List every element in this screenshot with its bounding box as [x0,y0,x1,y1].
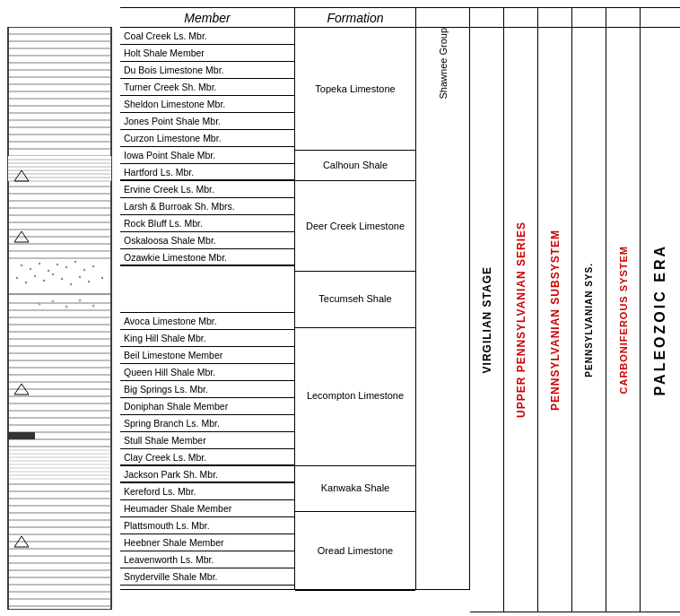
upper-penn-header [504,8,537,28]
virgilian-label-text: VIRGILIAN STAGE [481,266,493,373]
formation-item: Kanwaka Shale [295,466,415,512]
member-item: Snyderville Shale Mbr. [120,568,294,586]
svg-point-56 [88,281,90,282]
member-item: Iowa Point Shale Mbr. [120,147,294,164]
virgilian-column: VIRGILIAN STAGE [470,7,504,612]
penn-sys-column: PENNSYLVANIAN SYS. [572,7,606,612]
paleo-era-column: PALEOZOIC ERA [641,7,680,612]
formation-item: Calhoun Shale [295,151,415,182]
member-item-label: Oskaloosa Shale Mbr. [124,235,216,246]
member-item: Ozawkie Limestone Mbr. [120,249,294,266]
penn-sys-header [572,8,606,28]
upper-penn-column: UPPER PENNSYLVANIAN SERIES [504,7,538,612]
svg-point-114 [79,299,82,302]
member-item-label: Toronto Limestone Mbr. [124,588,222,590]
formation-item: Oread Limestone [295,512,415,591]
penn-sys-label-text: PENNSYLVANIAN SYS. [584,263,594,377]
svg-point-50 [34,275,36,277]
svg-point-52 [52,273,54,275]
member-header: Member [120,8,294,28]
svg-rect-117 [8,432,35,439]
paleo-era-label: PALEOZOIC ERA [652,28,668,612]
member-item: Toronto Limestone Mbr. [120,586,294,590]
main-container: Member Coal Creek Ls. Mbr.Holt Shale Mem… [0,0,680,616]
svg-point-113 [65,306,68,308]
member-item: Heumader Shale Member [120,500,294,517]
member-item-label: Sheldon Limestone Mbr. [124,99,225,109]
carb-sys-label-text: CARBONIFEROUS SYSTEM [618,246,629,394]
formation-item-label: Tecumseh Shale [318,271,391,327]
member-item-label: Coal Creek Ls. Mbr. [124,30,207,41]
member-item-label: Clay Creek Ls. Mbr. [124,452,206,463]
penn-sub-column: PENNSYLVANIAN SUBSYSTEM [538,7,572,612]
formation-item: Deer Creek Limestone [295,181,415,271]
member-item: Sheldon Limestone Mbr. [120,96,294,113]
member-item: Doniphan Shale Member [120,398,294,415]
member-item-label: Rock Bluff Ls. Mbr. [124,218,203,229]
member-item: Kereford Ls. Mbr. [120,483,294,500]
member-item: Curzon Limestone Mbr. [120,130,294,147]
formation-item: Lecompton Limestone [295,328,415,466]
member-item: Stull Shale Member [120,432,294,449]
member-item-label: Leavenworth Ls. Mbr. [124,554,214,565]
svg-point-116 [39,303,41,306]
member-item: Hartford Ls. Mbr. [120,164,294,181]
member-item: Holt Shale Member [120,45,294,62]
member-item-label: Jackson Park Sh. Mbr. [124,469,218,480]
formation-item-label: Calhoun Shale [323,150,388,181]
formation-title: Formation [327,11,383,25]
penn-sub-label-text: PENNSYLVANIAN SUBSYSTEM [549,230,562,411]
formation-item-label: Lecompton Limestone [307,327,404,465]
member-item: Turner Creek Sh. Mbr. [120,79,294,96]
strat-column [4,27,120,610]
formation-item: Tecumseh Shale [295,272,415,328]
member-item: Du Bois Limestone Mbr. [120,62,294,79]
formation-item-label: Deer Creek Limestone [306,181,405,271]
member-item-label: Ozawkie Limestone Mbr. [124,252,227,263]
formation-item-label: Oread Limestone [318,512,393,591]
penn-sub-header [538,8,571,28]
strat-svg [4,27,120,610]
member-item-label: Du Bois Limestone Mbr. [124,65,223,75]
member-item-label: Holt Shale Member [124,48,205,58]
svg-point-48 [16,277,18,279]
svg-point-44 [65,266,67,268]
group-label-text: Shawnee Group [438,28,449,100]
member-item-label: Curzon Limestone Mbr. [124,133,222,143]
member-item: Oskaloosa Shale Mbr. [120,232,294,249]
member-item: Ervine Creek Ls. Mbr. [120,181,294,198]
member-item: Big Springs Ls. Mbr. [120,381,294,398]
svg-point-49 [25,282,27,283]
paleo-era-header [641,8,680,28]
member-item: Coal Creek Ls. Mbr. [120,28,294,45]
svg-point-41 [39,263,40,265]
svg-point-115 [92,305,95,308]
member-item-label: Plattsmouth Ls. Mbr. [124,520,210,531]
member-item: Avoca Limestone Mbr. [120,313,294,330]
svg-point-57 [101,277,103,279]
virgilian-label: VIRGILIAN STAGE [481,28,493,612]
formation-column: Formation Topeka LimestoneCalhoun ShaleD… [295,7,416,590]
formation-body: Topeka LimestoneCalhoun ShaleDeer Creek … [295,28,415,589]
member-item-label: Heebner Shale Member [124,537,223,548]
member-item: Heebner Shale Member [120,534,294,551]
member-item-label: Doniphan Shale Member [124,401,228,412]
member-item [120,266,294,313]
paleo-era-label-text: PALEOZOIC ERA [652,244,668,395]
virgilian-header [470,8,503,28]
member-item-label: Stull Shale Member [124,435,206,446]
svg-point-45 [74,261,76,263]
svg-point-51 [43,280,45,282]
group-label: Shawnee Group [416,28,469,100]
member-item: King Hill Shale Mbr. [120,330,294,347]
member-item: Larsh & Burroak Sh. Mbrs. [120,198,294,215]
member-item-label: Heumader Shale Member [124,503,231,514]
member-item-label: Hartford Ls. Mbr. [124,167,194,178]
carb-sys-label: CARBONIFEROUS SYSTEM [618,28,629,612]
carb-sys-header [606,8,640,28]
svg-point-47 [92,265,94,267]
upper-penn-label-text: UPPER PENNSYLVANIAN SERIES [515,221,527,418]
upper-penn-label: UPPER PENNSYLVANIAN SERIES [515,28,527,612]
svg-point-53 [61,278,63,280]
member-item: Queen Hill Shale Mbr. [120,364,294,381]
